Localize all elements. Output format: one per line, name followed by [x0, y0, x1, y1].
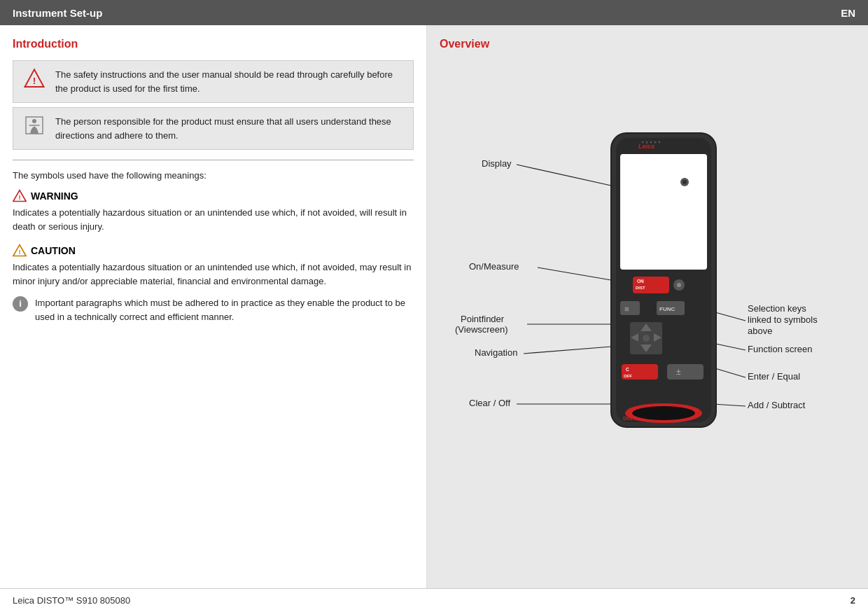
svg-text:⊞: ⊞: [624, 306, 629, 312]
svg-text:Display: Display: [482, 158, 512, 169]
svg-point-38: [677, 283, 681, 287]
svg-text:Selection keys: Selection keys: [748, 303, 806, 314]
svg-line-12: [538, 267, 611, 280]
symbols-intro: The symbols used have the following mean…: [13, 170, 414, 181]
svg-line-29: [713, 404, 746, 406]
svg-text:OFF: OFF: [624, 374, 632, 378]
footer-page: 2: [850, 595, 855, 606]
svg-point-56: [632, 406, 695, 420]
svg-point-58: [646, 141, 648, 144]
info-text: Important paragraphs which must be adher…: [35, 296, 414, 324]
intro-section-title: Introduction: [13, 38, 414, 50]
svg-text:Function screen: Function screen: [748, 344, 813, 354]
left-column: Introduction ! The safety instructions a…: [0, 25, 427, 588]
warning-triangle-icon-1: !: [24, 68, 45, 89]
svg-text:linked to symbols: linked to symbols: [748, 314, 818, 325]
svg-line-10: [517, 165, 611, 186]
svg-text:Leica: Leica: [638, 143, 654, 150]
warning-desc: Indicates a potentially hazardous situat…: [13, 206, 414, 234]
device-overview-svg: Display On/Measure Pointfinder (Viewscre…: [440, 63, 846, 511]
svg-text:±: ±: [676, 367, 681, 377]
svg-line-27: [713, 368, 746, 377]
warning-box-1: ! The safety instructions and the user m…: [13, 60, 414, 103]
info-icon: i: [13, 296, 28, 312]
svg-point-48: [643, 335, 650, 342]
svg-text:!: !: [18, 194, 20, 201]
warning-icon-area-1: !: [22, 68, 47, 89]
svg-text:FUNC: FUNC: [659, 306, 675, 312]
right-column: Overview Display On/Measure Pointfinder …: [427, 25, 868, 588]
svg-text:Clear / Off: Clear / Off: [469, 398, 510, 408]
svg-point-59: [650, 141, 652, 144]
svg-text:Add / Subtract: Add / Subtract: [748, 400, 806, 410]
svg-line-17: [524, 347, 611, 354]
svg-line-25: [713, 343, 746, 350]
footer-product: Leica DISTO™ S910 805080: [13, 595, 130, 606]
svg-point-57: [642, 141, 644, 144]
warning-triangle-icon: !: [13, 189, 27, 203]
page-header: Instrument Set-up EN: [0, 0, 868, 25]
info-box: i Important paragraphs which must be adh…: [13, 296, 414, 324]
svg-text:ON: ON: [637, 279, 644, 284]
svg-rect-32: [620, 154, 707, 270]
svg-text:!: !: [33, 76, 36, 86]
svg-line-23: [713, 312, 746, 321]
main-content: Introduction ! The safety instructions a…: [0, 25, 868, 588]
svg-point-61: [659, 141, 661, 144]
header-title: Instrument Set-up: [13, 7, 102, 19]
svg-text:!: !: [18, 249, 20, 256]
svg-point-3: [32, 119, 36, 123]
overview-section-title: Overview: [440, 38, 855, 50]
page-footer: Leica DISTO™ S910 805080 2: [0, 588, 868, 612]
svg-text:On/Measure: On/Measure: [469, 261, 519, 272]
warning-box-1-text: The safety instructions and the user man…: [55, 68, 405, 95]
svg-text:DIST: DIST: [636, 286, 645, 290]
caution-desc: Indicates a potentially hazardous situat…: [13, 260, 414, 288]
device-diagram: Display On/Measure Pointfinder (Viewscre…: [440, 63, 855, 539]
warning-heading: ! WARNING: [13, 189, 414, 203]
person-icon: [24, 115, 45, 136]
caution-triangle-icon: !: [13, 244, 27, 258]
warning-box-2-text: The person responsible for the product m…: [55, 115, 405, 142]
svg-text:(Viewscreen): (Viewscreen): [455, 324, 508, 335]
svg-text:C: C: [626, 367, 629, 372]
section-divider: [13, 160, 414, 160]
warning-icon-area-2: [22, 115, 47, 136]
svg-text:above: above: [748, 326, 772, 336]
svg-text:Pointfinder: Pointfinder: [461, 314, 505, 324]
svg-point-63: [682, 180, 687, 184]
warning-box-2: The person responsible for the product m…: [13, 107, 414, 150]
caution-heading: ! CAUTION: [13, 244, 414, 258]
svg-point-60: [654, 141, 657, 144]
header-lang: EN: [841, 7, 855, 19]
svg-rect-39: [620, 301, 640, 315]
svg-text:Enter / Equal: Enter / Equal: [748, 371, 800, 382]
svg-text:Navigation: Navigation: [475, 347, 517, 358]
svg-rect-52: [667, 364, 704, 380]
